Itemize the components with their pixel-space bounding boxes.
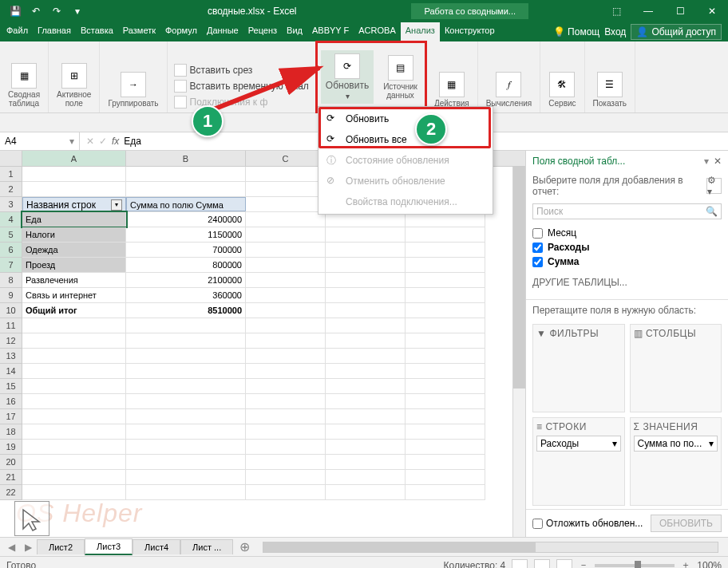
menu-refresh[interactable]: ⟳Обновить xyxy=(318,108,493,129)
cell[interactable] xyxy=(246,349,326,363)
cell[interactable] xyxy=(126,409,246,424)
tab-analyze[interactable]: Анализ xyxy=(401,22,440,41)
cell[interactable] xyxy=(126,167,246,181)
col-header-c[interactable]: C xyxy=(246,151,326,166)
cell[interactable] xyxy=(406,318,485,333)
cell[interactable] xyxy=(406,288,485,302)
col-header-b[interactable]: B xyxy=(126,151,246,166)
row-header[interactable]: 18 xyxy=(0,424,22,440)
cell[interactable] xyxy=(326,394,406,408)
maximize-icon[interactable]: ☐ xyxy=(664,0,696,22)
cell[interactable]: Общий итог xyxy=(22,303,126,318)
cell[interactable] xyxy=(126,364,246,378)
tab-design[interactable]: Конструктор xyxy=(440,22,500,41)
cell[interactable] xyxy=(246,212,326,227)
cell[interactable] xyxy=(326,349,406,363)
cell[interactable] xyxy=(406,364,485,378)
cell[interactable] xyxy=(246,470,326,484)
cell[interactable]: Названия строк▾ xyxy=(22,197,126,211)
cell[interactable] xyxy=(326,379,406,393)
tab-abbyy[interactable]: ABBYY F xyxy=(307,22,354,41)
tab-formulas[interactable]: Формул xyxy=(160,22,202,41)
cell[interactable] xyxy=(246,273,326,287)
cell[interactable] xyxy=(326,333,406,348)
name-box[interactable]: A4 ▾ xyxy=(0,132,80,150)
menu-refresh-all[interactable]: ⟳Обновить все xyxy=(318,129,493,150)
cell[interactable] xyxy=(326,455,406,469)
cell[interactable]: Связь и интернет xyxy=(22,288,126,302)
sheet-tab-3[interactable]: Лист3 xyxy=(85,538,133,555)
row-header[interactable]: 7 xyxy=(0,258,22,273)
cell[interactable] xyxy=(326,318,406,333)
cell[interactable] xyxy=(406,440,485,454)
cell[interactable]: 2100000 xyxy=(126,273,246,287)
cell[interactable] xyxy=(326,243,406,257)
row-header[interactable]: 6 xyxy=(0,243,22,258)
cell[interactable] xyxy=(246,318,326,333)
row-labels-dropdown-icon[interactable]: ▾ xyxy=(111,199,122,211)
cell[interactable] xyxy=(326,288,406,302)
tab-home[interactable]: Главная xyxy=(33,22,76,41)
cell[interactable]: 800000 xyxy=(126,258,246,272)
cell[interactable] xyxy=(246,379,326,393)
row-header[interactable]: 19 xyxy=(0,440,22,455)
cell[interactable] xyxy=(22,485,126,499)
zone-filters[interactable]: ▼ФИЛЬТРЫ xyxy=(532,324,625,412)
row-header[interactable]: 16 xyxy=(0,394,22,409)
cell[interactable]: 1150000 xyxy=(126,227,246,242)
cell[interactable] xyxy=(22,409,126,424)
row-header[interactable]: 1 xyxy=(0,167,22,182)
actions-button[interactable]: ▦ Действия xyxy=(431,70,473,109)
cell[interactable] xyxy=(246,409,326,424)
data-source-button[interactable]: ▤ Источник данных xyxy=(380,53,421,101)
cell[interactable] xyxy=(246,455,326,469)
cell[interactable] xyxy=(22,440,126,454)
cell[interactable] xyxy=(406,394,485,408)
cancel-formula-icon[interactable]: ✕ xyxy=(86,136,94,147)
zone-values[interactable]: ΣЗНАЧЕНИЯ Сумма по по...▾ xyxy=(630,417,722,506)
cell[interactable] xyxy=(246,424,326,439)
cell[interactable] xyxy=(22,470,126,484)
tools-button[interactable]: 🛠 Сервис xyxy=(545,70,579,109)
cell[interactable] xyxy=(406,349,485,363)
cell[interactable] xyxy=(406,455,485,469)
other-tables-link[interactable]: ДРУГИЕ ТАБЛИЦЫ... xyxy=(526,272,728,293)
cell[interactable] xyxy=(126,333,246,348)
cell[interactable] xyxy=(126,455,246,469)
cell[interactable]: Проезд xyxy=(22,258,126,272)
cell[interactable] xyxy=(326,424,406,439)
sheet-tab-more[interactable]: Лист ... xyxy=(180,539,233,554)
tab-view[interactable]: Вид xyxy=(282,22,307,41)
save-icon[interactable]: 💾 xyxy=(6,2,24,20)
view-page-layout-icon[interactable] xyxy=(534,559,550,569)
cell[interactable]: 700000 xyxy=(126,243,246,257)
row-header[interactable]: 14 xyxy=(0,364,22,379)
pivot-table-button[interactable]: ▦ Сводная таблица xyxy=(5,61,43,109)
cell[interactable] xyxy=(326,470,406,484)
cell[interactable]: Налоги xyxy=(22,227,126,242)
help-button[interactable]: 💡 Помощ xyxy=(553,26,599,37)
cell[interactable] xyxy=(406,424,485,439)
cell[interactable] xyxy=(406,409,485,424)
cell[interactable] xyxy=(406,243,485,257)
col-header-a[interactable]: A xyxy=(22,151,126,166)
minimize-icon[interactable]: — xyxy=(632,0,664,22)
qat-more-icon[interactable]: ▾ xyxy=(69,2,86,20)
zone-row-item[interactable]: Расходы▾ xyxy=(536,436,621,452)
cell[interactable] xyxy=(326,364,406,378)
row-header[interactable]: 15 xyxy=(0,379,22,394)
sheet-tab-2[interactable]: Лист2 xyxy=(37,539,85,554)
cell[interactable] xyxy=(406,379,485,393)
cell[interactable]: 2400000 xyxy=(126,212,246,227)
field-checkbox[interactable]: Месяц xyxy=(532,226,722,240)
cell[interactable] xyxy=(246,440,326,454)
cell[interactable] xyxy=(126,440,246,454)
field-pane-close-icon[interactable]: ✕ xyxy=(714,156,722,167)
field-checkbox[interactable]: Расходы xyxy=(532,240,722,254)
close-icon[interactable]: ✕ xyxy=(696,0,728,22)
cell[interactable] xyxy=(246,258,326,272)
cell[interactable] xyxy=(326,227,406,242)
row-header[interactable]: 5 xyxy=(0,227,22,243)
row-header[interactable]: 2 xyxy=(0,182,22,197)
cell[interactable] xyxy=(246,364,326,378)
